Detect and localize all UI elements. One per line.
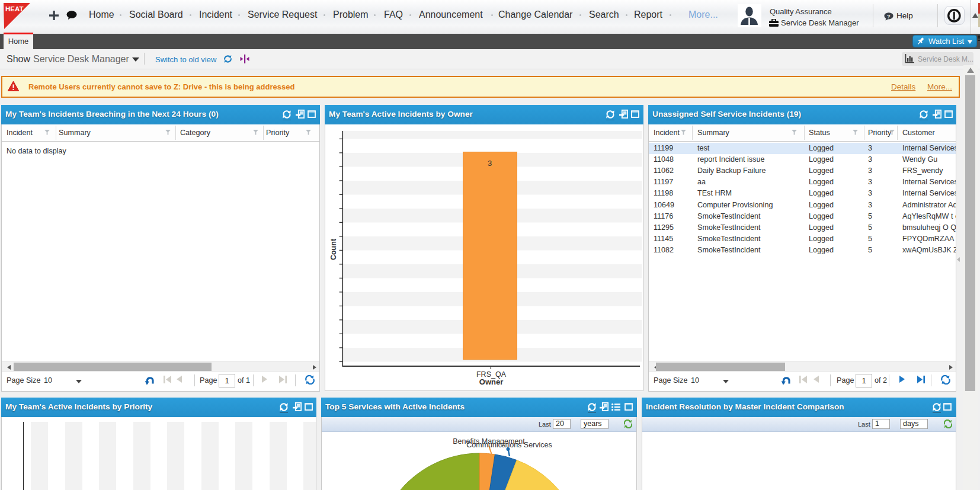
svg-text:Communications Services: Communications Services (466, 441, 552, 449)
svg-text:HEAT: HEAT (5, 5, 23, 12)
svg-text:?: ? (887, 14, 891, 20)
svg-text:Owner: Owner (479, 377, 503, 386)
svg-text:Count: Count (329, 238, 338, 260)
svg-text:3: 3 (488, 159, 492, 168)
